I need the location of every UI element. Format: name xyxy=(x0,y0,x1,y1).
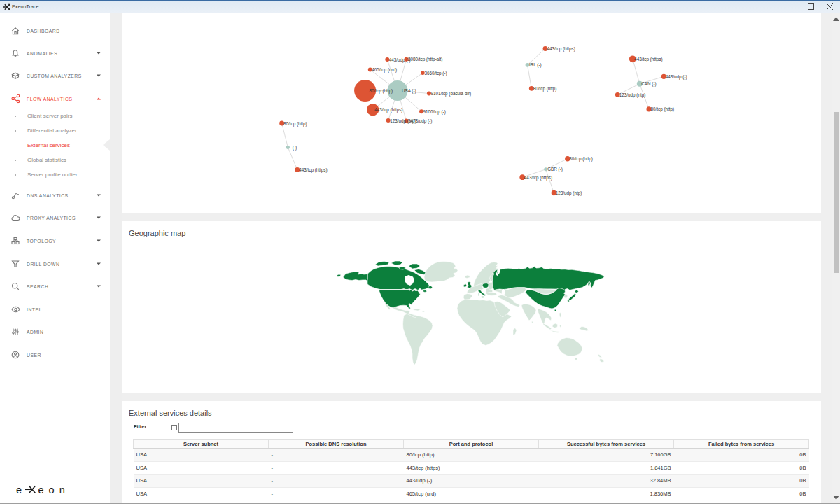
svg-text:465/tcp (urd): 465/tcp (urd) xyxy=(372,67,397,73)
svg-text:443/tcp (https): 443/tcp (https) xyxy=(299,167,327,173)
svg-text:80/tcp (http): 80/tcp (http) xyxy=(533,86,557,92)
svg-text:eon: eon xyxy=(38,484,70,496)
svg-text:443/tcp (https): 443/tcp (https) xyxy=(374,107,402,113)
svg-text:e: e xyxy=(16,484,22,496)
svg-text:123/udp (ntp): 123/udp (ntp) xyxy=(620,92,645,98)
svg-text:443/tcp (https): 443/tcp (https) xyxy=(524,175,552,181)
svg-text:8080/tcp (http-alt): 8080/tcp (http-alt) xyxy=(408,57,442,62)
svg-text:80/tcp (http): 80/tcp (http) xyxy=(651,106,675,112)
svg-text:443/tcp (https): 443/tcp (https) xyxy=(547,46,575,52)
svg-text:123/udp (ntp): 123/udp (ntp) xyxy=(556,190,582,196)
svg-text:80/tcp (http): 80/tcp (http) xyxy=(370,88,393,94)
svg-text:GBR (-): GBR (-) xyxy=(547,167,563,172)
svg-text:9101/tcp (bacula-dir): 9101/tcp (bacula-dir) xyxy=(430,91,471,97)
svg-text:CAN (-): CAN (-) xyxy=(641,81,656,87)
svg-text:443/udp (-): 443/udp (-) xyxy=(389,57,411,63)
svg-text:IRL (-): IRL (-) xyxy=(529,62,542,68)
svg-text:3478/udp (-): 3478/udp (-) xyxy=(408,118,432,124)
svg-text:443/udp (-): 443/udp (-) xyxy=(666,74,687,80)
svg-text:9100/tcp (-): 9100/tcp (-) xyxy=(424,109,446,115)
svg-text:- (-): - (-) xyxy=(290,145,297,150)
svg-text:80/tcp (http): 80/tcp (http) xyxy=(569,156,593,162)
svg-text:80/tcp (http): 80/tcp (http) xyxy=(284,121,307,127)
svg-text:443/tcp (https): 443/tcp (https) xyxy=(634,57,662,62)
svg-text:3660/tcp (-): 3660/tcp (-) xyxy=(424,71,447,76)
svg-text:USA (-): USA (-) xyxy=(402,88,416,94)
